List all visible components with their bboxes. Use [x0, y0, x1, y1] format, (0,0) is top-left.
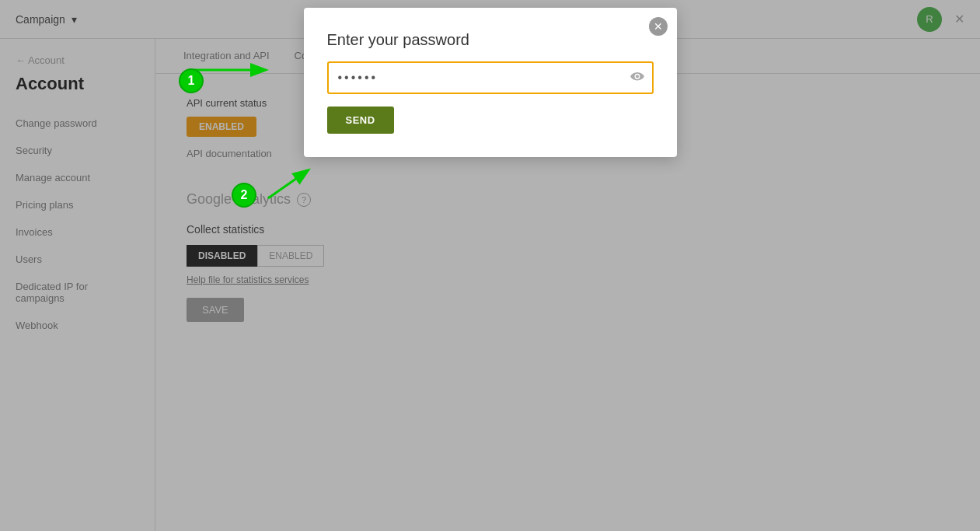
annotation-badge-1: 1: [179, 68, 204, 93]
password-input-wrapper: [327, 61, 654, 94]
send-button[interactable]: SEND: [327, 107, 394, 134]
modal-title: Enter your password: [327, 31, 654, 49]
modal-overlay: ✕ Enter your password SEND: [0, 0, 980, 531]
arrow-1: [194, 47, 288, 93]
annotation-2: 2: [232, 183, 256, 208]
modal-close-button[interactable]: ✕: [649, 17, 668, 36]
arrow-2: [245, 155, 323, 202]
eye-icon[interactable]: [630, 71, 644, 85]
annotation-1: 1: [179, 68, 204, 93]
page-background: Campaign ▾ R ✕ ← Account Account Change …: [0, 0, 980, 531]
password-input[interactable]: [327, 61, 654, 94]
annotation-badge-2: 2: [232, 183, 256, 208]
password-modal: ✕ Enter your password SEND: [304, 8, 677, 157]
